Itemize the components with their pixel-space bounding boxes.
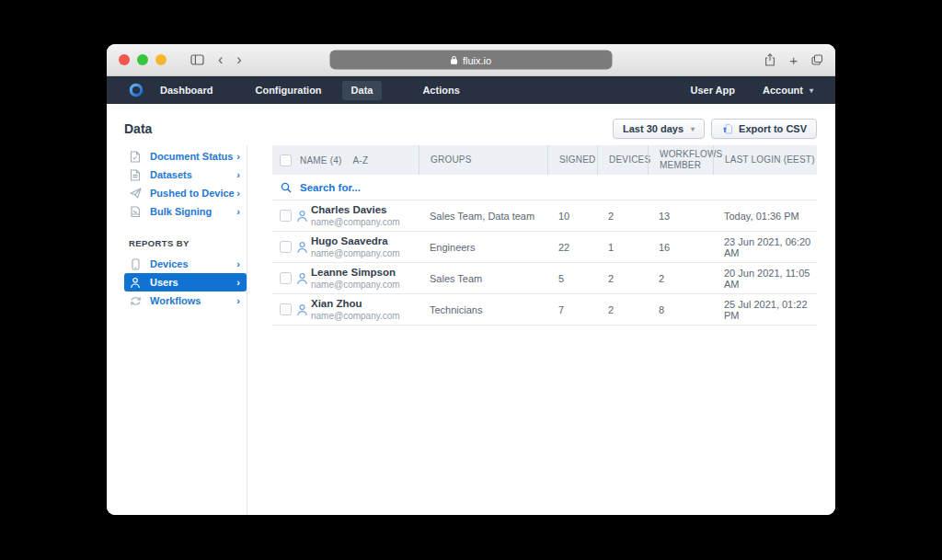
table-search[interactable]: Search for... xyxy=(272,175,817,200)
forward-button[interactable]: › xyxy=(236,51,241,68)
row-checkbox[interactable] xyxy=(280,241,292,253)
user-name: Leanne Simpson xyxy=(311,267,419,280)
user-email: name@company.com xyxy=(311,311,419,322)
table-row[interactable]: Hugo Saavedra name@company.com Engineers… xyxy=(272,232,817,263)
address-bar[interactable]: fluix.io xyxy=(330,51,613,70)
col-header-signed[interactable]: SIGNED xyxy=(547,145,597,175)
select-all-checkbox[interactable] xyxy=(280,154,292,166)
cell-signed: 22 xyxy=(547,242,597,253)
date-range-label: Last 30 days xyxy=(623,123,684,134)
table-row[interactable]: Leanne Simpson name@company.com Sales Te… xyxy=(272,263,817,294)
cell-groups: Engineers xyxy=(419,242,547,253)
sidebar-item-label: Bulk Signing xyxy=(150,206,236,217)
user-avatar-icon xyxy=(293,303,311,316)
datasets-icon xyxy=(129,169,142,181)
sidebar-item-datasets[interactable]: Datasets › xyxy=(124,166,247,184)
sidebar-item-document-status[interactable]: Document Status › xyxy=(124,147,247,166)
document-status-icon xyxy=(129,151,142,163)
sidebar-item-label: Workflows xyxy=(150,295,236,306)
cell-devices: 2 xyxy=(597,304,648,315)
row-checkbox[interactable] xyxy=(280,272,292,284)
close-window-button[interactable] xyxy=(119,54,130,65)
chevron-right-icon: › xyxy=(236,169,240,180)
back-button[interactable]: ‹ xyxy=(218,51,223,68)
search-icon xyxy=(281,182,292,193)
user-avatar-icon xyxy=(293,241,311,254)
user-app-link[interactable]: User App xyxy=(690,85,735,96)
table-row[interactable]: Charles Davies name@company.com Sales Te… xyxy=(272,200,817,232)
nav-data[interactable]: Data xyxy=(342,81,383,100)
sidebar-item-workflows[interactable]: Workflows › xyxy=(124,291,247,310)
fluix-logo[interactable] xyxy=(129,83,144,97)
paper-plane-icon xyxy=(129,188,142,199)
sidebar-item-label: Devices xyxy=(150,258,236,269)
sidebar-item-bulk-signing[interactable]: Bulk Signing › xyxy=(124,202,247,221)
users-table: NAME (4) A-Z GROUPS SIGNED DEVICES WORKF… xyxy=(272,145,817,326)
col-header-last-login[interactable]: LAST LOGIN (EEST) xyxy=(713,145,817,175)
col-header-groups[interactable]: GROUPS xyxy=(419,145,547,175)
reports-by-label: REPORTS BY xyxy=(129,238,247,248)
cell-last-login: 20 Jun 2021, 11:05 AM xyxy=(713,268,817,290)
tab-overview-icon[interactable] xyxy=(811,54,823,65)
user-email: name@company.com xyxy=(311,217,419,228)
chevron-right-icon: › xyxy=(236,151,240,162)
col-header-devices[interactable]: DEVICES xyxy=(597,145,648,175)
app-navbar: Dashboard Configuration Data Actions Use… xyxy=(107,76,835,104)
page-content: Data Document Status › Datasets xyxy=(107,104,835,515)
cell-groups: Sales Team xyxy=(419,273,547,284)
cell-groups: Technicians xyxy=(419,304,547,315)
search-placeholder: Search for... xyxy=(300,182,361,193)
user-name: Hugo Saavedra xyxy=(311,235,419,248)
cell-last-login: 25 Jul 2021, 01:22 PM xyxy=(713,299,817,321)
minimize-window-button[interactable] xyxy=(137,54,148,65)
user-avatar-icon xyxy=(293,272,311,285)
sidebar-item-pushed-to-device[interactable]: Pushed to Device › xyxy=(124,184,247,202)
table-header-row: NAME (4) A-Z GROUPS SIGNED DEVICES WORKF… xyxy=(272,145,817,175)
cell-workflows-member: 8 xyxy=(648,304,713,315)
row-checkbox[interactable] xyxy=(280,303,292,315)
smartphone-icon xyxy=(129,258,142,270)
sidebar-item-users[interactable]: Users › xyxy=(124,273,247,291)
user-avatar-icon xyxy=(293,210,311,223)
chevron-right-icon: › xyxy=(236,206,240,217)
page-title: Data xyxy=(124,121,152,136)
nav-configuration[interactable]: Configuration xyxy=(246,81,330,100)
row-checkbox[interactable] xyxy=(280,210,292,222)
export-csv-button[interactable]: Export to CSV xyxy=(711,119,817,139)
cell-last-login: Today, 01:36 PM xyxy=(713,211,817,222)
chevron-right-icon: › xyxy=(236,188,240,199)
sidebar-item-label: Document Status xyxy=(150,151,236,162)
sidebar-divider xyxy=(247,145,247,515)
col-header-workflows-member[interactable]: WORKFLOWS MEMBER xyxy=(648,145,713,175)
sidebar: Document Status › Datasets › Pushe xyxy=(124,147,247,310)
date-range-dropdown[interactable]: Last 30 days ▾ xyxy=(613,119,705,139)
new-tab-button[interactable]: + xyxy=(789,53,798,67)
account-menu[interactable]: Account ▾ xyxy=(763,85,813,96)
workflow-loop-icon xyxy=(129,296,142,306)
lock-icon xyxy=(451,55,458,64)
cell-signed: 5 xyxy=(547,273,597,284)
sidebar-toggle-icon[interactable] xyxy=(190,54,204,65)
zoom-window-button[interactable] xyxy=(155,54,167,65)
share-icon[interactable] xyxy=(764,53,775,66)
cell-groups: Sales Team, Data team xyxy=(419,211,547,222)
sidebar-item-devices[interactable]: Devices › xyxy=(124,255,247,273)
signature-document-icon xyxy=(129,206,142,218)
account-label: Account xyxy=(763,85,803,96)
col-header-sort[interactable]: A-Z xyxy=(353,155,369,166)
chevron-right-icon: › xyxy=(236,258,240,269)
chevron-down-icon: ▾ xyxy=(691,125,695,133)
export-csv-icon xyxy=(721,123,733,135)
chevron-right-icon: › xyxy=(236,277,240,288)
url-text: fluix.io xyxy=(463,54,491,65)
nav-actions[interactable]: Actions xyxy=(413,81,468,100)
user-email: name@company.com xyxy=(311,248,419,259)
cell-devices: 2 xyxy=(597,211,648,222)
traffic-lights xyxy=(119,54,167,65)
nav-dashboard[interactable]: Dashboard xyxy=(151,81,222,100)
table-row[interactable]: Xian Zhou name@company.com Technicians 7… xyxy=(272,294,817,326)
col-header-name[interactable]: NAME (4) xyxy=(300,155,342,166)
cell-workflows-member: 2 xyxy=(648,273,713,284)
chevron-right-icon: › xyxy=(236,295,240,306)
cell-signed: 10 xyxy=(547,211,597,222)
